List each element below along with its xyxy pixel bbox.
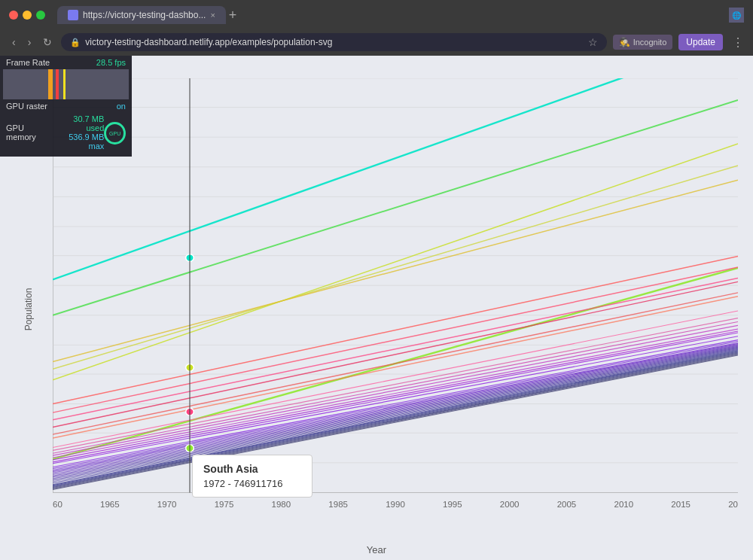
traffic-lights <box>9 11 45 20</box>
gpu-memory-circle: GPU <box>104 122 126 145</box>
svg-line-72 <box>53 346 738 477</box>
svg-text:2015: 2015 <box>671 500 691 509</box>
svg-line-53 <box>53 278 738 420</box>
gpu-memory-max: 536.9 MB max <box>53 132 104 151</box>
fullscreen-button[interactable] <box>36 11 45 20</box>
y-axis-label: Population <box>23 288 34 331</box>
svg-text:2020: 2020 <box>728 500 738 509</box>
svg-line-71 <box>53 345 738 476</box>
tab-bar: https://victory-testing-dashbo... × + <box>57 6 723 24</box>
svg-line-67 <box>53 342 738 470</box>
svg-line-63 <box>53 333 738 462</box>
svg-line-78 <box>53 351 738 485</box>
svg-text:2000: 2000 <box>500 500 520 509</box>
main-content: Frame Rate 28.5 fps GPU raster on GPU me… <box>0 56 753 560</box>
svg-text:1970: 1970 <box>157 500 177 509</box>
svg-line-62 <box>53 331 738 460</box>
gpu-memory-used: 30.7 MB used <box>53 114 104 132</box>
svg-line-61 <box>53 329 738 458</box>
close-button[interactable] <box>9 11 18 20</box>
svg-line-49 <box>53 166 738 369</box>
browser-titlebar: https://victory-testing-dashbo... × + 🌐 <box>0 0 753 30</box>
reload-button[interactable]: ↻ <box>40 35 55 50</box>
population-chart: 0 500M 1B 1.5B 2B 2.5B 3B 3.5B 4B 4.5B 5… <box>53 78 738 522</box>
minimize-button[interactable] <box>23 11 32 20</box>
tab-title: https://victory-testing-dashbo... <box>83 10 206 20</box>
svg-text:1965: 1965 <box>100 500 120 509</box>
svg-text:1960: 1960 <box>53 500 62 509</box>
gpu-memory-row: GPU memory 30.7 MB used 536.9 MB max GPU <box>0 113 132 152</box>
svg-line-83 <box>53 355 738 489</box>
menu-button[interactable]: ⋮ <box>732 35 744 50</box>
svg-line-81 <box>53 353 738 488</box>
svg-line-59 <box>53 321 738 453</box>
url-bar[interactable]: 🔒 victory-testing-dashboard.netlify.app/… <box>61 33 606 51</box>
svg-text:1990: 1990 <box>386 500 405 509</box>
active-tab[interactable]: https://victory-testing-dashbo... × <box>57 6 226 24</box>
forward-button[interactable]: › <box>25 35 35 50</box>
gpu-memory-label: GPU memory <box>6 123 53 142</box>
browser-chrome: https://victory-testing-dashbo... × + 🌐 … <box>0 0 753 56</box>
tooltip-region: South Asia <box>203 463 301 475</box>
tooltip-year-value: 1972 - 746911716 <box>203 478 301 489</box>
lock-icon: 🔒 <box>70 38 81 47</box>
bookmark-button[interactable]: ☆ <box>588 36 598 48</box>
frame-rate-graph <box>3 69 129 99</box>
svg-line-80 <box>53 352 738 487</box>
svg-line-64 <box>53 336 738 464</box>
tab-close-button[interactable]: × <box>210 11 215 20</box>
chart-tooltip: South Asia 1972 - 746911716 <box>192 455 312 498</box>
incognito-label: Incognito <box>633 38 667 47</box>
svg-line-57 <box>53 311 738 448</box>
svg-text:1975: 1975 <box>215 500 234 509</box>
update-button[interactable]: Update <box>678 34 723 50</box>
incognito-badge: 🕵️ Incognito <box>613 35 673 50</box>
svg-text:2010: 2010 <box>614 500 634 509</box>
url-text: victory-testing-dashboard.netlify.app/ex… <box>85 37 332 47</box>
svg-text:1980: 1980 <box>272 500 291 509</box>
frame-rate-value: 28.5 fps <box>96 58 126 67</box>
svg-text:1985: 1985 <box>328 500 348 509</box>
frame-rate-label: Frame Rate <box>6 58 50 67</box>
svg-line-75 <box>53 348 738 482</box>
svg-line-79 <box>53 352 738 486</box>
svg-line-74 <box>53 348 738 480</box>
tab-favicon <box>68 10 78 20</box>
svg-line-51 <box>53 257 738 404</box>
svg-text:1995: 1995 <box>443 500 462 509</box>
svg-line-84 <box>53 355 738 490</box>
address-bar: ‹ › ↻ 🔒 victory-testing-dashboard.netlif… <box>0 30 753 56</box>
new-tab-button[interactable]: + <box>229 8 237 23</box>
gpu-raster-label: GPU raster <box>6 102 47 111</box>
svg-text:2005: 2005 <box>557 500 577 509</box>
perf-overlay: Frame Rate 28.5 fps GPU raster on GPU me… <box>0 56 132 157</box>
x-axis-label: Year <box>367 544 386 555</box>
gpu-raster-value: on <box>117 102 126 111</box>
back-button[interactable]: ‹ <box>9 35 19 50</box>
svg-line-65 <box>53 340 738 467</box>
